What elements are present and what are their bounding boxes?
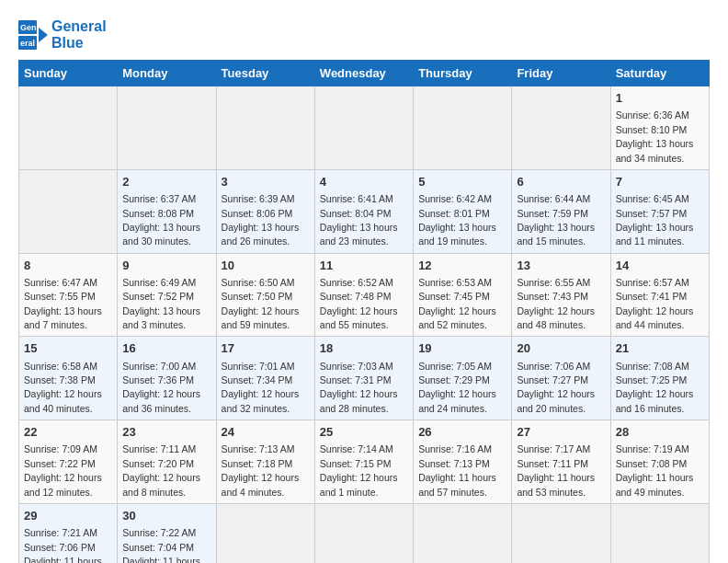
calendar-day-2: 2Sunrise: 6:37 AMSunset: 8:08 PMDaylight…	[118, 169, 216, 253]
empty-cell	[314, 503, 413, 563]
calendar-day-13: 13Sunrise: 6:55 AMSunset: 7:43 PMDayligh…	[512, 253, 610, 337]
empty-cell	[512, 86, 610, 170]
calendar-day-15: 15Sunrise: 6:58 AMSunset: 7:38 PMDayligh…	[19, 337, 118, 420]
weekday-header-tuesday: Tuesday	[216, 61, 314, 86]
empty-cell	[216, 503, 314, 563]
calendar-week-row: 2Sunrise: 6:37 AMSunset: 8:08 PMDaylight…	[19, 169, 710, 253]
calendar-day-9: 9Sunrise: 6:49 AMSunset: 7:52 PMDaylight…	[118, 253, 216, 337]
weekday-header-monday: Monday	[118, 61, 216, 86]
calendar-day-4: 4Sunrise: 6:41 AMSunset: 8:04 PMDaylight…	[314, 169, 413, 253]
calendar-day-3: 3Sunrise: 6:39 AMSunset: 8:06 PMDaylight…	[216, 169, 314, 253]
weekday-header-wednesday: Wednesday	[314, 61, 413, 86]
empty-cell	[414, 503, 512, 563]
empty-cell	[414, 86, 512, 170]
calendar-day-29: 29Sunrise: 7:21 AMSunset: 7:06 PMDayligh…	[19, 503, 118, 563]
calendar-week-row: 15Sunrise: 6:58 AMSunset: 7:38 PMDayligh…	[19, 337, 710, 420]
calendar-day-11: 11Sunrise: 6:52 AMSunset: 7:48 PMDayligh…	[314, 253, 413, 337]
calendar-day-20: 20Sunrise: 7:06 AMSunset: 7:27 PMDayligh…	[512, 337, 610, 420]
calendar-day-7: 7Sunrise: 6:45 AMSunset: 7:57 PMDaylight…	[610, 169, 709, 253]
empty-cell	[118, 86, 216, 170]
calendar-day-25: 25Sunrise: 7:14 AMSunset: 7:15 PMDayligh…	[314, 420, 413, 504]
calendar-day-6: 6Sunrise: 6:44 AMSunset: 7:59 PMDaylight…	[512, 169, 610, 253]
calendar-day-18: 18Sunrise: 7:03 AMSunset: 7:31 PMDayligh…	[314, 337, 413, 420]
empty-cell	[314, 86, 413, 170]
weekday-header-sunday: Sunday	[19, 61, 118, 86]
svg-text:Gen: Gen	[20, 23, 37, 32]
calendar-day-8: 8Sunrise: 6:47 AMSunset: 7:55 PMDaylight…	[19, 253, 118, 337]
weekday-header-friday: Friday	[512, 61, 610, 86]
empty-cell	[19, 169, 118, 253]
weekday-header-row: SundayMondayTuesdayWednesdayThursdayFrid…	[19, 61, 710, 86]
calendar-day-27: 27Sunrise: 7:17 AMSunset: 7:11 PMDayligh…	[512, 420, 610, 504]
calendar-week-row: 22Sunrise: 7:09 AMSunset: 7:22 PMDayligh…	[19, 420, 710, 504]
calendar-day-1: 1Sunrise: 6:36 AMSunset: 8:10 PMDaylight…	[610, 86, 709, 170]
calendar-day-26: 26Sunrise: 7:16 AMSunset: 7:13 PMDayligh…	[414, 420, 512, 504]
calendar-week-row: 8Sunrise: 6:47 AMSunset: 7:55 PMDaylight…	[19, 253, 710, 337]
weekday-header-saturday: Saturday	[610, 61, 709, 86]
calendar-week-row: 29Sunrise: 7:21 AMSunset: 7:06 PMDayligh…	[19, 503, 710, 563]
calendar-day-21: 21Sunrise: 7:08 AMSunset: 7:25 PMDayligh…	[610, 337, 709, 420]
logo-mark: Gen eral General Blue	[18, 18, 107, 51]
calendar-table: SundayMondayTuesdayWednesdayThursdayFrid…	[18, 60, 710, 563]
calendar-day-28: 28Sunrise: 7:19 AMSunset: 7:08 PMDayligh…	[610, 420, 709, 504]
calendar-day-17: 17Sunrise: 7:01 AMSunset: 7:34 PMDayligh…	[216, 337, 314, 420]
calendar-day-14: 14Sunrise: 6:57 AMSunset: 7:41 PMDayligh…	[610, 253, 709, 337]
calendar-day-10: 10Sunrise: 6:50 AMSunset: 7:50 PMDayligh…	[216, 253, 314, 337]
calendar-day-30: 30Sunrise: 7:22 AMSunset: 7:04 PMDayligh…	[118, 503, 216, 563]
calendar-day-24: 24Sunrise: 7:13 AMSunset: 7:18 PMDayligh…	[216, 420, 314, 504]
svg-text:eral: eral	[20, 39, 35, 48]
page-header: Gen eral General Blue	[18, 18, 710, 51]
logo-svg: Gen eral	[18, 20, 48, 50]
empty-cell	[512, 503, 610, 563]
empty-cell	[216, 86, 314, 170]
svg-marker-4	[39, 28, 48, 42]
calendar-day-22: 22Sunrise: 7:09 AMSunset: 7:22 PMDayligh…	[19, 420, 118, 504]
calendar-day-16: 16Sunrise: 7:00 AMSunset: 7:36 PMDayligh…	[118, 337, 216, 420]
calendar-day-19: 19Sunrise: 7:05 AMSunset: 7:29 PMDayligh…	[414, 337, 512, 420]
empty-cell	[19, 86, 118, 170]
logo-name: General	[51, 18, 107, 35]
empty-cell	[610, 503, 709, 563]
weekday-header-thursday: Thursday	[414, 61, 512, 86]
calendar-day-23: 23Sunrise: 7:11 AMSunset: 7:20 PMDayligh…	[118, 420, 216, 504]
calendar-week-row: 1Sunrise: 6:36 AMSunset: 8:10 PMDaylight…	[19, 86, 710, 170]
calendar-day-12: 12Sunrise: 6:53 AMSunset: 7:45 PMDayligh…	[414, 253, 512, 337]
calendar-day-5: 5Sunrise: 6:42 AMSunset: 8:01 PMDaylight…	[414, 169, 512, 253]
logo: Gen eral General Blue	[18, 18, 107, 51]
